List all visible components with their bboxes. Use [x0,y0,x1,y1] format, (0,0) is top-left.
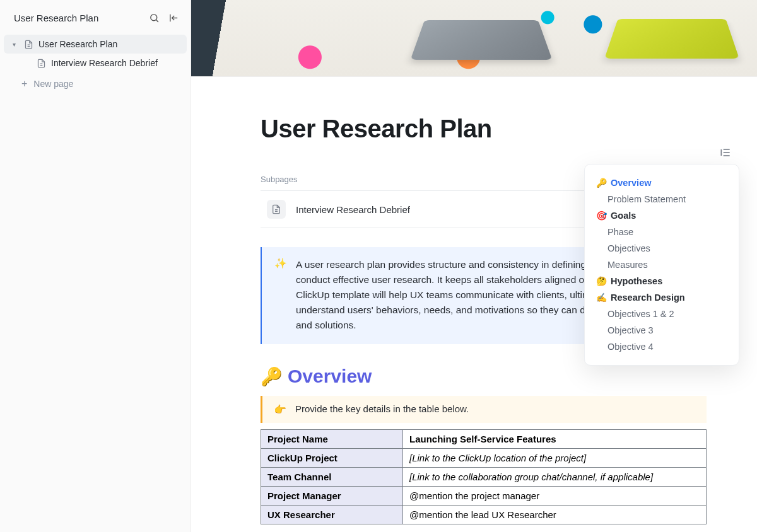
doc-icon [37,59,46,68]
tree-item-label: User Research Plan [38,39,117,49]
page-tree: ▾ User Research Plan Interview Research … [0,35,191,95]
doc-icon [24,40,33,49]
overview-hint-text: Provide the key details in the table bel… [295,403,469,415]
table-label[interactable]: Project Manager [261,487,403,506]
toc-item-overview[interactable]: 🔑 Overview [596,175,727,191]
new-page-label: New page [33,79,73,89]
toc-label: Problem Statement [607,194,686,204]
toc-item-measures[interactable]: Measures [596,257,727,273]
table-value[interactable]: [Link to the collaboration group chat/ch… [403,468,707,487]
writing-icon: ✍️ [596,292,607,303]
sidebar-title: User Research Plan [14,13,98,23]
table-value[interactable]: @mention the lead UX Researcher [403,506,707,524]
toc-panel: 🔑 Overview Problem Statement 🎯 Goals Pha… [584,164,739,366]
search-icon[interactable] [149,13,160,23]
table-label[interactable]: ClickUp Project [261,449,403,468]
sidebar: User Research Plan ▾ User Research Plan … [0,0,191,532]
toc-label: Goals [611,211,636,221]
table-label[interactable]: Project Name [261,430,403,449]
overview-hint-callout[interactable]: 👉 Provide the key details in the table b… [261,396,707,423]
sparkles-icon: ✨ [274,257,287,333]
table-value[interactable]: @mention the project manager [403,487,707,506]
table-row: ClickUp Project [Link to the ClickUp loc… [261,449,707,468]
sidebar-header: User Research Plan [0,6,191,35]
toc-item-objective-4[interactable]: Objective 4 [596,338,727,355]
overview-heading-text: Overview [288,366,372,387]
table-row: Project Manager @mention the project man… [261,487,707,506]
table-label[interactable]: Team Channel [261,468,403,487]
toc-label: Hypotheses [611,276,662,286]
table-value[interactable]: Launching Self-Service Features [403,430,707,449]
toc-label: Objective 3 [607,325,654,335]
page-title[interactable]: User Research Plan [261,115,707,143]
pointing-right-icon: 👉 [274,403,286,415]
cover-image[interactable] [191,0,757,77]
toc-label: Phase [607,227,633,237]
toc-toggle-icon[interactable] [719,146,732,161]
toc-label: Measures [607,260,648,270]
overview-heading[interactable]: 🔑 Overview [261,366,707,387]
toc-item-phase[interactable]: Phase [596,224,727,240]
toc-item-research-design[interactable]: ✍️ Research Design [596,289,727,306]
toc-item-objectives[interactable]: Objectives [596,240,727,257]
table-label[interactable]: UX Researcher [261,506,403,524]
toc-label: Overview [611,178,652,188]
table-row: Project Name Launching Self-Service Feat… [261,430,707,449]
subpage-title: Interview Research Debrief [296,204,410,215]
toc-label: Objectives [607,243,650,253]
plus-icon: + [21,79,27,89]
target-icon: 🎯 [596,211,607,221]
key-icon: 🔑 [261,366,283,387]
toc-label: Research Design [611,292,685,303]
toc-item-problem-statement[interactable]: Problem Statement [596,191,727,207]
main: User Research Plan Subpages Interview Re… [191,0,757,532]
doc-icon [267,200,286,219]
tree-item-label: Interview Research Debrief [51,58,158,68]
table-value[interactable]: [Link to the ClickUp location of the pro… [403,449,707,468]
toc-item-objectives-1-2[interactable]: Objectives 1 & 2 [596,306,727,322]
table-row: UX Researcher @mention the lead UX Resea… [261,506,707,524]
overview-table[interactable]: Project Name Launching Self-Service Feat… [261,429,707,524]
tree-item-child[interactable]: Interview Research Debrief [4,54,187,72]
table-row: Team Channel [Link to the collaboration … [261,468,707,487]
toc-label: Objectives 1 & 2 [607,309,674,319]
toc-item-objective-3[interactable]: Objective 3 [596,322,727,338]
key-icon: 🔑 [596,178,607,188]
collapse-sidebar-icon[interactable] [168,13,179,23]
toc-item-hypotheses[interactable]: 🤔 Hypotheses [596,273,727,289]
svg-point-0 [151,14,157,21]
toc-label: Objective 4 [607,342,654,352]
caret-down-icon[interactable]: ▾ [13,41,19,48]
svg-line-1 [156,20,158,22]
tree-item-root[interactable]: ▾ User Research Plan [4,35,187,54]
thinking-icon: 🤔 [596,276,607,286]
toc-item-goals[interactable]: 🎯 Goals [596,207,727,224]
new-page-button[interactable]: + New page [4,72,187,95]
